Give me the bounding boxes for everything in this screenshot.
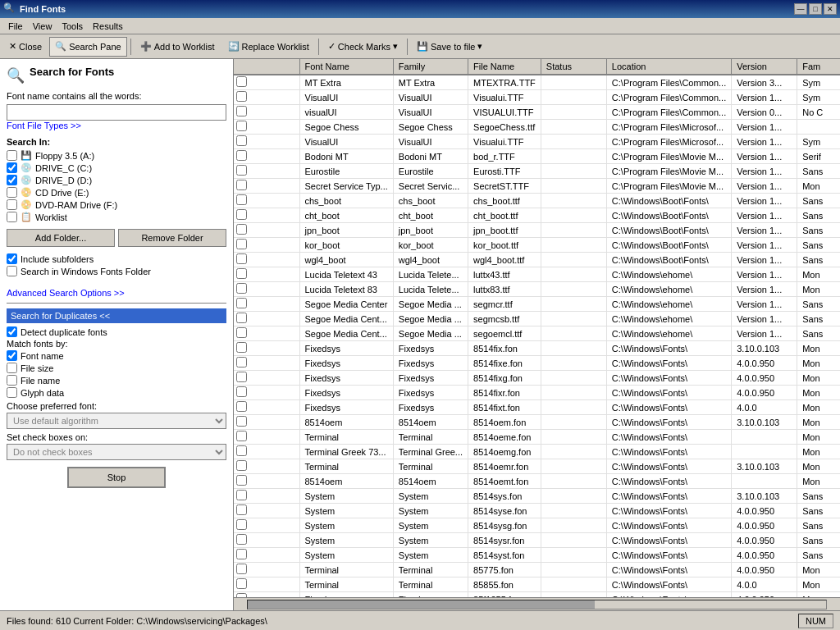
row-checkbox-cell[interactable] (234, 371, 299, 386)
match-font-name-checkbox[interactable] (7, 350, 17, 361)
row-checkbox-cell[interactable] (234, 386, 299, 400)
add-folder-button[interactable]: Add Folder... (7, 229, 115, 247)
row-checkbox[interactable] (236, 460, 247, 471)
search-pane-button[interactable]: 🔍 Search Pane (49, 37, 127, 57)
row-checkbox[interactable] (236, 327, 247, 338)
row-checkbox[interactable] (236, 490, 247, 500)
row-checkbox[interactable] (236, 431, 247, 441)
save-to-file-button[interactable]: 💾 Save to file ▾ (411, 37, 488, 57)
row-checkbox-cell[interactable] (234, 400, 299, 415)
drive-f-checkbox[interactable] (7, 199, 17, 210)
row-checkbox-cell[interactable] (234, 430, 299, 445)
row-checkbox-cell[interactable] (234, 548, 299, 563)
row-checkbox[interactable] (236, 357, 247, 368)
row-checkbox[interactable] (236, 386, 247, 397)
row-checkbox[interactable] (236, 194, 247, 205)
close-button[interactable]: ✕ (824, 3, 837, 15)
row-checkbox[interactable] (236, 578, 247, 589)
row-checkbox-cell[interactable] (234, 135, 299, 149)
checkboxes-select[interactable]: Do not check boxes (7, 444, 226, 460)
col-family-header[interactable]: Family (393, 59, 468, 75)
row-checkbox-cell[interactable] (234, 149, 299, 164)
drive-floppy-checkbox[interactable] (7, 150, 17, 161)
row-checkbox-cell[interactable] (234, 356, 299, 371)
search-windows-fonts-checkbox[interactable] (7, 266, 17, 276)
row-checkbox[interactable] (236, 519, 247, 530)
row-checkbox[interactable] (236, 401, 247, 412)
row-checkbox[interactable] (236, 135, 247, 146)
search-input[interactable] (7, 104, 226, 121)
row-checkbox[interactable] (236, 298, 247, 308)
row-checkbox-cell[interactable] (234, 341, 299, 356)
row-checkbox[interactable] (236, 180, 247, 190)
include-subfolders-checkbox[interactable] (7, 253, 17, 264)
search-duplicates-section[interactable]: Search for Duplicates << (7, 308, 226, 323)
row-checkbox[interactable] (236, 416, 247, 427)
row-checkbox[interactable] (236, 165, 247, 176)
menu-tools[interactable]: Tools (57, 20, 88, 33)
row-checkbox-cell[interactable] (234, 459, 299, 474)
menu-file[interactable]: File (3, 20, 28, 33)
col-location-header[interactable]: Location (606, 59, 731, 75)
close-button[interactable]: ✕ Close (3, 37, 48, 57)
row-checkbox-cell[interactable] (234, 489, 299, 504)
row-checkbox[interactable] (236, 534, 247, 545)
row-checkbox[interactable] (236, 121, 247, 131)
row-checkbox[interactable] (236, 313, 247, 323)
row-checkbox[interactable] (236, 283, 247, 294)
row-checkbox[interactable] (236, 372, 247, 382)
row-checkbox-cell[interactable] (234, 164, 299, 179)
row-checkbox[interactable] (236, 268, 247, 279)
row-checkbox[interactable] (236, 209, 247, 220)
row-checkbox[interactable] (236, 76, 247, 87)
row-checkbox-cell[interactable] (234, 445, 299, 459)
row-checkbox[interactable] (236, 150, 247, 161)
row-checkbox[interactable] (236, 224, 247, 235)
col-version-header[interactable]: Version (732, 59, 797, 75)
col-file-name-header[interactable]: File Name (468, 59, 541, 75)
row-checkbox-cell[interactable] (234, 267, 299, 282)
drive-c-checkbox[interactable] (7, 162, 17, 173)
match-file-size-checkbox[interactable] (7, 363, 17, 373)
row-checkbox[interactable] (236, 239, 247, 249)
menu-view[interactable]: View (28, 20, 57, 33)
row-checkbox-cell[interactable] (234, 208, 299, 223)
row-checkbox-cell[interactable] (234, 105, 299, 120)
row-checkbox[interactable] (236, 549, 247, 559)
row-checkbox-cell[interactable] (234, 474, 299, 489)
replace-worklist-button[interactable]: 🔄 Replace Worklist (222, 37, 315, 57)
drive-d-checkbox[interactable] (7, 175, 17, 185)
row-checkbox[interactable] (236, 475, 247, 486)
match-glyph-data-checkbox[interactable] (7, 387, 17, 398)
row-checkbox-cell[interactable] (234, 415, 299, 430)
stop-button[interactable]: Stop (67, 467, 166, 488)
match-file-name-checkbox[interactable] (7, 375, 17, 386)
row-checkbox[interactable] (236, 91, 247, 102)
col-status-header[interactable]: Status (541, 59, 606, 75)
row-checkbox-cell[interactable] (234, 120, 299, 135)
col-font-name-header[interactable]: Font Name (299, 59, 393, 75)
row-checkbox[interactable] (236, 106, 247, 116)
row-checkbox[interactable] (236, 253, 247, 264)
file-types-link[interactable]: Font File Types >> (7, 121, 81, 130)
preferred-font-select[interactable]: Use default algorithm (7, 413, 226, 429)
advanced-search-link[interactable]: Advanced Search Options >> (7, 288, 125, 298)
drive-e-checkbox[interactable] (7, 187, 17, 198)
remove-folder-button[interactable]: Remove Folder (118, 229, 226, 247)
add-to-worklist-button[interactable]: ➕ Add to Worklist (135, 37, 221, 57)
row-checkbox[interactable] (236, 504, 247, 515)
row-checkbox-cell[interactable] (234, 223, 299, 238)
row-checkbox[interactable] (236, 445, 247, 456)
check-marks-button[interactable]: ✓ Check Marks ▾ (322, 37, 404, 57)
row-checkbox-cell[interactable] (234, 75, 299, 90)
row-checkbox-cell[interactable] (234, 238, 299, 253)
horizontal-scrollbar[interactable] (234, 597, 840, 610)
col-fam-header[interactable]: Fam (797, 59, 840, 75)
row-checkbox-cell[interactable] (234, 90, 299, 105)
row-checkbox[interactable] (236, 564, 247, 574)
row-checkbox-cell[interactable] (234, 563, 299, 578)
menu-results[interactable]: Results (88, 20, 128, 33)
maximize-button[interactable]: □ (809, 3, 822, 15)
row-checkbox-cell[interactable] (234, 326, 299, 341)
detect-duplicates-checkbox[interactable] (7, 326, 17, 337)
